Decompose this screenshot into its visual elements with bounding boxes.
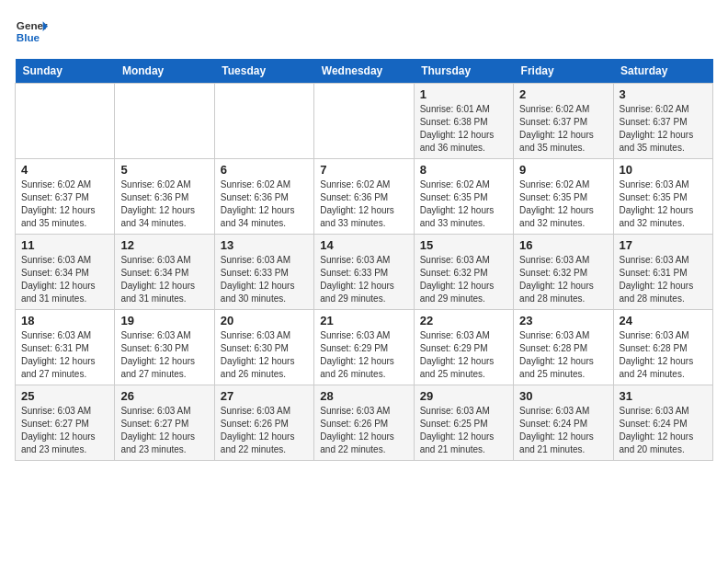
day-info: Sunrise: 6:03 AM Sunset: 6:29 PM Dayligh… — [420, 329, 507, 381]
day-info: Sunrise: 6:02 AM Sunset: 6:37 PM Dayligh… — [519, 103, 607, 155]
day-info: Sunrise: 6:02 AM Sunset: 6:35 PM Dayligh… — [420, 178, 507, 230]
day-info: Sunrise: 6:03 AM Sunset: 6:35 PM Dayligh… — [620, 178, 707, 230]
header-row: SundayMondayTuesdayWednesdayThursdayFrid… — [16, 59, 713, 84]
calendar-cell — [16, 84, 115, 159]
day-number: 18 — [21, 314, 108, 327]
calendar-cell: 22Sunrise: 6:03 AM Sunset: 6:29 PM Dayli… — [414, 310, 513, 385]
day-info: Sunrise: 6:03 AM Sunset: 6:27 PM Dayligh… — [120, 405, 208, 456]
calendar-cell: 24Sunrise: 6:03 AM Sunset: 6:28 PM Dayli… — [613, 310, 712, 385]
calendar-cell: 15Sunrise: 6:03 AM Sunset: 6:32 PM Dayli… — [414, 235, 513, 310]
calendar-cell: 20Sunrise: 6:03 AM Sunset: 6:30 PM Dayli… — [214, 310, 313, 385]
calendar-cell: 5Sunrise: 6:02 AM Sunset: 6:36 PM Daylig… — [115, 159, 214, 235]
calendar-cell: 1Sunrise: 6:01 AM Sunset: 6:38 PM Daylig… — [414, 84, 513, 159]
calendar-cell: 28Sunrise: 6:03 AM Sunset: 6:26 PM Dayli… — [314, 385, 414, 461]
calendar-cell: 8Sunrise: 6:02 AM Sunset: 6:35 PM Daylig… — [414, 159, 513, 235]
day-number: 9 — [519, 163, 607, 177]
calendar-cell: 23Sunrise: 6:03 AM Sunset: 6:28 PM Dayli… — [514, 310, 613, 385]
calendar-cell: 11Sunrise: 6:03 AM Sunset: 6:34 PM Dayli… — [16, 235, 115, 310]
calendar-week-4: 18Sunrise: 6:03 AM Sunset: 6:31 PM Dayli… — [16, 310, 713, 385]
day-info: Sunrise: 6:02 AM Sunset: 6:36 PM Dayligh… — [120, 178, 208, 230]
day-info: Sunrise: 6:03 AM Sunset: 6:34 PM Dayligh… — [120, 254, 208, 305]
day-number: 4 — [21, 163, 108, 177]
day-number: 5 — [120, 163, 208, 177]
day-number: 31 — [620, 389, 707, 403]
day-info: Sunrise: 6:03 AM Sunset: 6:34 PM Dayligh… — [21, 254, 108, 305]
day-info: Sunrise: 6:03 AM Sunset: 6:30 PM Dayligh… — [120, 329, 208, 381]
day-info: Sunrise: 6:02 AM Sunset: 6:37 PM Dayligh… — [21, 178, 108, 230]
day-info: Sunrise: 6:03 AM Sunset: 6:30 PM Dayligh… — [221, 329, 308, 381]
day-info: Sunrise: 6:03 AM Sunset: 6:27 PM Dayligh… — [21, 405, 108, 456]
day-header-friday: Friday — [514, 59, 613, 84]
day-info: Sunrise: 6:03 AM Sunset: 6:33 PM Dayligh… — [320, 254, 407, 305]
day-number: 27 — [221, 389, 308, 403]
calendar-cell — [214, 84, 313, 159]
calendar-cell: 10Sunrise: 6:03 AM Sunset: 6:35 PM Dayli… — [613, 159, 712, 235]
page-header: General Blue — [15, 15, 713, 48]
day-number: 8 — [420, 163, 507, 177]
calendar-cell: 14Sunrise: 6:03 AM Sunset: 6:33 PM Dayli… — [314, 235, 414, 310]
day-number: 22 — [420, 314, 507, 327]
calendar-table: SundayMondayTuesdayWednesdayThursdayFrid… — [15, 59, 713, 461]
day-info: Sunrise: 6:03 AM Sunset: 6:32 PM Dayligh… — [519, 254, 607, 305]
calendar-cell: 9Sunrise: 6:02 AM Sunset: 6:35 PM Daylig… — [514, 159, 613, 235]
day-info: Sunrise: 6:03 AM Sunset: 6:28 PM Dayligh… — [620, 329, 707, 381]
calendar-cell: 16Sunrise: 6:03 AM Sunset: 6:32 PM Dayli… — [514, 235, 613, 310]
calendar-cell — [314, 84, 414, 159]
calendar-cell: 25Sunrise: 6:03 AM Sunset: 6:27 PM Dayli… — [16, 385, 115, 461]
svg-text:Blue: Blue — [17, 31, 40, 43]
day-number: 12 — [120, 238, 208, 252]
calendar-cell: 6Sunrise: 6:02 AM Sunset: 6:36 PM Daylig… — [214, 159, 313, 235]
day-header-sunday: Sunday — [16, 59, 115, 84]
day-info: Sunrise: 6:03 AM Sunset: 6:26 PM Dayligh… — [221, 405, 308, 456]
calendar-week-1: 1Sunrise: 6:01 AM Sunset: 6:38 PM Daylig… — [16, 84, 713, 159]
day-number: 11 — [21, 238, 108, 252]
day-info: Sunrise: 6:03 AM Sunset: 6:31 PM Dayligh… — [21, 329, 108, 381]
day-number: 3 — [620, 87, 707, 101]
day-number: 28 — [320, 389, 407, 403]
calendar-cell: 27Sunrise: 6:03 AM Sunset: 6:26 PM Dayli… — [214, 385, 313, 461]
day-number: 7 — [320, 163, 407, 177]
day-info: Sunrise: 6:02 AM Sunset: 6:35 PM Dayligh… — [519, 178, 607, 230]
calendar-cell: 12Sunrise: 6:03 AM Sunset: 6:34 PM Dayli… — [115, 235, 214, 310]
day-number: 30 — [519, 389, 607, 403]
calendar-cell: 18Sunrise: 6:03 AM Sunset: 6:31 PM Dayli… — [16, 310, 115, 385]
day-number: 2 — [519, 87, 607, 101]
day-number: 20 — [221, 314, 308, 327]
day-number: 23 — [519, 314, 607, 327]
calendar-cell: 4Sunrise: 6:02 AM Sunset: 6:37 PM Daylig… — [16, 159, 115, 235]
day-number: 29 — [420, 389, 507, 403]
calendar-cell: 13Sunrise: 6:03 AM Sunset: 6:33 PM Dayli… — [214, 235, 313, 310]
day-number: 6 — [221, 163, 308, 177]
logo-icon: General Blue — [15, 15, 48, 48]
day-header-monday: Monday — [115, 59, 214, 84]
calendar-cell — [115, 84, 214, 159]
calendar-week-2: 4Sunrise: 6:02 AM Sunset: 6:37 PM Daylig… — [16, 159, 713, 235]
logo: General Blue — [15, 15, 48, 48]
day-number: 15 — [420, 238, 507, 252]
day-header-saturday: Saturday — [613, 59, 712, 84]
day-info: Sunrise: 6:03 AM Sunset: 6:26 PM Dayligh… — [320, 405, 407, 456]
calendar-week-3: 11Sunrise: 6:03 AM Sunset: 6:34 PM Dayli… — [16, 235, 713, 310]
calendar-cell: 2Sunrise: 6:02 AM Sunset: 6:37 PM Daylig… — [514, 84, 613, 159]
calendar-cell: 3Sunrise: 6:02 AM Sunset: 6:37 PM Daylig… — [613, 84, 712, 159]
day-info: Sunrise: 6:03 AM Sunset: 6:24 PM Dayligh… — [620, 405, 707, 456]
day-number: 10 — [620, 163, 707, 177]
calendar-cell: 7Sunrise: 6:02 AM Sunset: 6:36 PM Daylig… — [314, 159, 414, 235]
day-info: Sunrise: 6:03 AM Sunset: 6:32 PM Dayligh… — [420, 254, 507, 305]
day-info: Sunrise: 6:03 AM Sunset: 6:29 PM Dayligh… — [320, 329, 407, 381]
day-header-thursday: Thursday — [414, 59, 513, 84]
day-info: Sunrise: 6:02 AM Sunset: 6:37 PM Dayligh… — [620, 103, 707, 155]
day-info: Sunrise: 6:03 AM Sunset: 6:28 PM Dayligh… — [519, 329, 607, 381]
day-number: 21 — [320, 314, 407, 327]
day-number: 19 — [120, 314, 208, 327]
calendar-cell: 21Sunrise: 6:03 AM Sunset: 6:29 PM Dayli… — [314, 310, 414, 385]
calendar-cell: 29Sunrise: 6:03 AM Sunset: 6:25 PM Dayli… — [414, 385, 513, 461]
calendar-cell: 17Sunrise: 6:03 AM Sunset: 6:31 PM Dayli… — [613, 235, 712, 310]
day-number: 16 — [519, 238, 607, 252]
calendar-week-5: 25Sunrise: 6:03 AM Sunset: 6:27 PM Dayli… — [16, 385, 713, 461]
day-info: Sunrise: 6:02 AM Sunset: 6:36 PM Dayligh… — [320, 178, 407, 230]
day-header-tuesday: Tuesday — [214, 59, 313, 84]
calendar-cell: 31Sunrise: 6:03 AM Sunset: 6:24 PM Dayli… — [613, 385, 712, 461]
calendar-cell: 26Sunrise: 6:03 AM Sunset: 6:27 PM Dayli… — [115, 385, 214, 461]
calendar-cell: 30Sunrise: 6:03 AM Sunset: 6:24 PM Dayli… — [514, 385, 613, 461]
